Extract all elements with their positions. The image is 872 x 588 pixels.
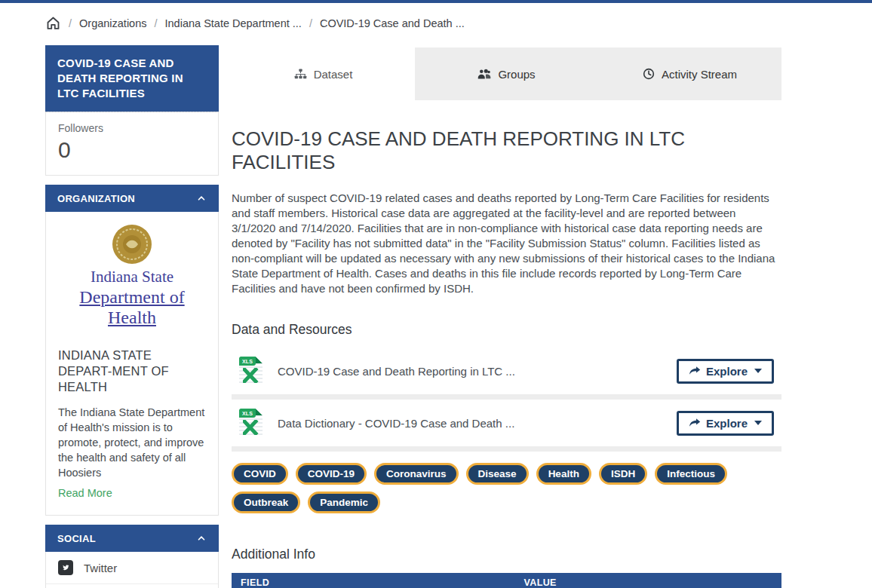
data-and-resources-heading: Data and Resources bbox=[232, 322, 781, 338]
org-logo-text-line2: Department of Health bbox=[58, 287, 206, 328]
organization-description: The Indiana State Department of Health's… bbox=[58, 405, 206, 480]
share-arrow-icon bbox=[689, 366, 701, 376]
xls-format-badge: XLS bbox=[239, 409, 256, 418]
tag-infectious[interactable]: Infectious bbox=[655, 463, 727, 485]
org-seal-icon bbox=[110, 222, 154, 266]
social-link-facebook[interactable]: Facebook bbox=[46, 583, 218, 588]
tag-list: COVID COVID-19 Coronavirus Disease Healt… bbox=[232, 463, 760, 513]
social-section-label: SOCIAL bbox=[57, 533, 96, 544]
followers-label: Followers bbox=[58, 122, 206, 134]
caret-down-icon bbox=[754, 369, 762, 373]
xls-fold-corner bbox=[256, 409, 263, 415]
tab-activity-stream-label: Activity Stream bbox=[662, 68, 737, 81]
organization-module: Indiana State Department of Health INDIA… bbox=[45, 212, 219, 516]
breadcrumb-organization[interactable]: Indiana State Department ... bbox=[165, 17, 302, 29]
tab-dataset-label: Dataset bbox=[314, 68, 353, 81]
explore-button-label: Explore bbox=[706, 417, 748, 430]
additional-info-table: FIELD VALUE Source ISDH - REDCAP bbox=[232, 573, 781, 588]
tab-groups[interactable]: Groups bbox=[415, 47, 598, 100]
social-link-twitter[interactable]: Twitter bbox=[46, 552, 218, 583]
breadcrumb-separator: / bbox=[155, 17, 158, 29]
tag-pandemic[interactable]: Pandemic bbox=[308, 492, 380, 513]
clock-icon bbox=[643, 68, 655, 80]
value-column-header: VALUE bbox=[514, 573, 781, 588]
tab-dataset[interactable]: Dataset bbox=[232, 47, 415, 100]
organization-section-label: ORGANIZATION bbox=[57, 193, 135, 204]
sitemap-icon bbox=[294, 69, 307, 80]
chevron-up-icon[interactable] bbox=[196, 193, 207, 204]
tab-activity-stream[interactable]: Activity Stream bbox=[598, 47, 781, 100]
xls-file-icon: XLS bbox=[239, 357, 263, 385]
chevron-up-icon[interactable] bbox=[196, 533, 207, 544]
breadcrumb: / Organizations / Indiana State Departme… bbox=[45, 15, 465, 31]
additional-info-heading: Additional Info bbox=[232, 547, 781, 562]
main-content: Dataset Groups Activity Stream COVID-19 … bbox=[232, 47, 781, 588]
social-section-header[interactable]: SOCIAL bbox=[45, 525, 219, 552]
explore-button[interactable]: Explore bbox=[677, 359, 774, 384]
organization-logo[interactable]: Indiana State Department of Health bbox=[58, 222, 206, 328]
resource-separator bbox=[232, 394, 781, 400]
xls-format-badge: XLS bbox=[239, 357, 256, 366]
followers-count: 0 bbox=[58, 137, 206, 163]
share-arrow-icon bbox=[689, 418, 701, 428]
tag-covid[interactable]: COVID bbox=[232, 463, 288, 485]
social-module: Twitter Facebook bbox=[45, 552, 219, 588]
resource-title-link[interactable]: COVID-19 Case and Death Reporting in LTC… bbox=[278, 365, 515, 378]
tag-covid-19[interactable]: COVID-19 bbox=[296, 463, 367, 485]
twitter-label: Twitter bbox=[84, 562, 117, 574]
read-more-link[interactable]: Read More bbox=[58, 487, 112, 499]
resource-list: XLS COVID-19 Case and Death Reporting in… bbox=[232, 348, 781, 452]
tab-bar: Dataset Groups Activity Stream bbox=[232, 47, 781, 100]
resource-title-link[interactable]: Data Dictionary - COVID-19 Case and Deat… bbox=[278, 417, 514, 430]
excel-x-glyph bbox=[243, 420, 259, 435]
page-title: COVID-19 CASE AND DEATH REPORTING IN LTC… bbox=[232, 127, 781, 174]
top-accent-bar bbox=[0, 0, 872, 3]
excel-x-glyph bbox=[243, 368, 259, 383]
breadcrumb-separator: / bbox=[309, 17, 312, 29]
tag-outbreak[interactable]: Outbreak bbox=[232, 492, 300, 513]
sidebar: COVID-19 CASE AND DEATH REPORTING IN LTC… bbox=[45, 45, 219, 588]
caret-down-icon bbox=[754, 421, 762, 425]
resource-separator bbox=[232, 446, 781, 452]
tag-disease[interactable]: Disease bbox=[466, 463, 529, 485]
field-column-header: FIELD bbox=[232, 573, 514, 588]
explore-button[interactable]: Explore bbox=[677, 411, 774, 436]
tab-groups-label: Groups bbox=[498, 68, 535, 81]
table-header-row: FIELD VALUE bbox=[232, 573, 781, 588]
resource-row: XLS Data Dictionary - COVID-19 Case and … bbox=[232, 400, 781, 446]
xls-file-icon: XLS bbox=[239, 409, 263, 437]
tag-health[interactable]: Health bbox=[536, 463, 591, 485]
xls-fold-corner bbox=[256, 357, 263, 363]
organization-name: INDIANA STATE DEPART-MENT OF HEALTH bbox=[58, 348, 206, 395]
explore-button-label: Explore bbox=[706, 365, 748, 378]
breadcrumb-dataset[interactable]: COVID-19 Case and Death ... bbox=[320, 17, 465, 29]
tag-coronavirus[interactable]: Coronavirus bbox=[374, 463, 459, 485]
sidebar-dataset-title: COVID-19 CASE AND DEATH REPORTING IN LTC… bbox=[45, 45, 219, 112]
users-icon bbox=[477, 69, 491, 80]
twitter-icon bbox=[58, 560, 73, 575]
followers-module: Followers 0 bbox=[45, 112, 219, 176]
organization-section-header[interactable]: ORGANIZATION bbox=[45, 185, 219, 212]
breadcrumb-organizations[interactable]: Organizations bbox=[79, 17, 146, 29]
breadcrumb-separator: / bbox=[69, 17, 72, 29]
tag-isdh[interactable]: ISDH bbox=[599, 463, 647, 485]
resource-row: XLS COVID-19 Case and Death Reporting in… bbox=[232, 348, 781, 394]
home-icon[interactable] bbox=[45, 15, 61, 31]
org-logo-text-line1: Indiana State bbox=[58, 268, 206, 286]
dataset-description: Number of suspect COVID-19 related cases… bbox=[232, 191, 781, 296]
